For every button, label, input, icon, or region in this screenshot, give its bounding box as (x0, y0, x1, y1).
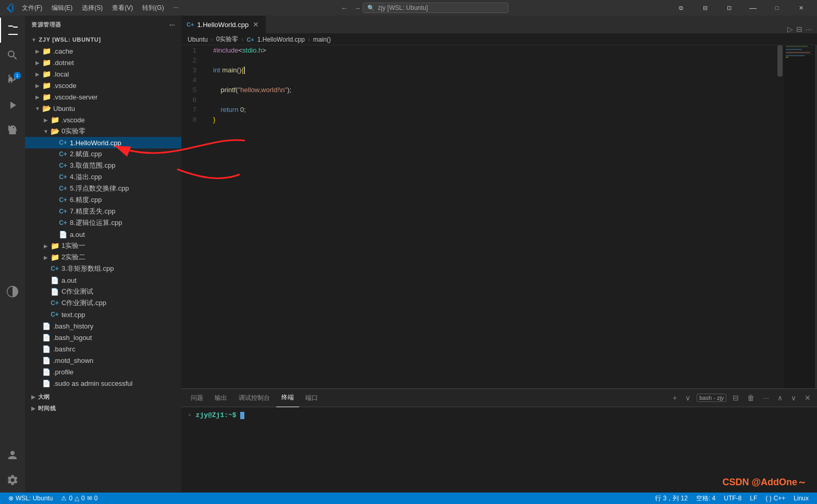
tree-item-bashrc[interactable]: 📄 .bashrc (25, 343, 181, 355)
scroll-thumb[interactable] (777, 45, 783, 77)
breadcrumb-symbol[interactable]: main() (313, 36, 331, 43)
tree-item-sudo[interactable]: 📄 .sudo as admin successful (25, 377, 181, 389)
panel-tab-terminal[interactable]: 终端 (276, 389, 299, 407)
tree-item-text-cpp[interactable]: C+ text.cpp (25, 309, 181, 320)
menu-bar[interactable]: 文件(F) 编辑(E) 选择(S) 查看(V) 转到(G) ··· (18, 3, 183, 14)
tree-item-lab0[interactable]: ▼ 📂 0实验零 (25, 125, 181, 137)
tree-item-file2[interactable]: C+ 2.赋值.cpp (25, 148, 181, 160)
command-search[interactable]: 🔍 zjy [WSL: Ubuntu] (363, 3, 509, 13)
status-errors[interactable]: ⚠ 0 △ 0 ✉ 0 (57, 493, 102, 504)
menu-select[interactable]: 选择(S) (78, 3, 107, 14)
tree-item-file6[interactable]: C+ 6.精度.cpp (25, 194, 181, 206)
more-editor-actions[interactable]: ··· (806, 25, 812, 33)
breadcrumb-lab[interactable]: 0实验零 (216, 35, 239, 44)
tree-item-profile[interactable]: 📄 .profile (25, 366, 181, 377)
menu-goto[interactable]: 转到(G) (138, 3, 168, 14)
source-control-activity-icon[interactable]: 1 (0, 68, 25, 93)
tree-item-lab2[interactable]: ▶ 📁 2实验二 (25, 251, 181, 263)
split-button[interactable]: ⊟ (796, 25, 802, 33)
panel-tab-debug[interactable]: 调试控制台 (233, 389, 275, 407)
tree-item-file8[interactable]: C+ 8.逻辑位运算.cpp (25, 217, 181, 229)
error-icon: ⚠ (61, 495, 67, 502)
code-editor[interactable]: #include<stdio.h> int main () { (205, 45, 776, 388)
customize-layout-button[interactable]: ⊡ (717, 0, 741, 16)
status-os[interactable]: Linux (789, 493, 813, 504)
tree-item-file5[interactable]: C+ 5.浮点数交换律.cpp (25, 183, 181, 194)
menu-view[interactable]: 查看(V) (108, 3, 137, 14)
menu-more[interactable]: ··· (169, 3, 183, 14)
main-layout: 1 (0, 16, 817, 493)
editor-scrollbar[interactable] (776, 45, 784, 388)
status-encoding[interactable]: UTF-8 (720, 493, 746, 504)
run-debug-activity-icon[interactable] (0, 93, 25, 118)
status-position[interactable]: 行 3，列 12 (651, 493, 692, 504)
remote-activity-icon[interactable] (0, 279, 25, 304)
terminal-down-button[interactable]: ∨ (789, 393, 798, 403)
close-panel-button[interactable]: ✕ (802, 393, 813, 403)
tree-item-lab1[interactable]: ▶ 📁 1实验一 (25, 240, 181, 251)
bash-file-icon: 📄 (42, 345, 51, 353)
extensions-activity-icon[interactable] (0, 118, 25, 143)
tree-item-motd[interactable]: 📄 .motd_shown (25, 355, 181, 366)
tree-item-local[interactable]: ▶ 📁 .local (25, 68, 181, 80)
sidebar-more-actions[interactable]: ··· (169, 22, 175, 28)
run-button[interactable]: ▷ (787, 25, 793, 33)
tree-item-ubuntu[interactable]: ▼ 📂 Ubuntu (25, 103, 181, 114)
tree-item-vscode[interactable]: ▶ 📁 .vscode (25, 80, 181, 91)
status-spaces[interactable]: 空格: 4 (692, 493, 720, 504)
account-activity-icon[interactable] (0, 443, 25, 468)
tree-item-ubuntu-vscode[interactable]: ▶ 📁 .vscode (25, 114, 181, 125)
panel-tab-ports[interactable]: 端口 (300, 389, 323, 407)
timeline-section[interactable]: ▶ 时间线 (25, 402, 181, 414)
terminal-more-button[interactable]: ··· (761, 393, 771, 403)
terminal-dropdown[interactable]: ∨ (683, 393, 692, 403)
cpp-file-icon: C+ (58, 208, 68, 215)
status-language[interactable]: ( ) C++ (761, 493, 789, 504)
menu-file[interactable]: 文件(F) (18, 3, 46, 14)
tree-item-aout2[interactable]: 📄 a.out (25, 274, 181, 286)
split-editor-button[interactable]: ⊟ (693, 0, 717, 16)
nav-forward-button[interactable]: → (352, 4, 363, 12)
close-button[interactable]: ✕ (789, 0, 813, 16)
status-remote[interactable]: ⊗ WSL: Ubuntu (4, 493, 57, 504)
tree-item-bash-logout[interactable]: 📄 .bash_logout (25, 332, 181, 343)
explorer-activity-icon[interactable] (0, 18, 25, 43)
editor-tab-helloworld[interactable]: C+ 1.HelloWorld.cpp ✕ (181, 16, 266, 33)
search-activity-icon[interactable] (0, 43, 25, 68)
nav-back-button[interactable]: ← (339, 4, 350, 12)
code-line-2 (213, 55, 776, 65)
breadcrumb-file[interactable]: 1.HelloWorld.cpp (257, 36, 305, 43)
breadcrumb: Ubuntu › 0实验零 › C+ 1.HelloWorld.cpp › ma… (181, 34, 817, 45)
panel-tab-output[interactable]: 输出 (209, 389, 232, 407)
minimize-button[interactable]: — (741, 0, 765, 16)
maximize-button[interactable]: □ (765, 0, 789, 16)
kill-terminal-button[interactable]: 🗑 (745, 393, 757, 403)
panel-tab-problems[interactable]: 问题 (185, 389, 208, 407)
tree-item-file4[interactable]: C+ 4.溢出.cpp (25, 171, 181, 183)
menu-edit[interactable]: 编辑(E) (47, 3, 77, 14)
tree-item-bash-history[interactable]: 📄 .bash_history (25, 320, 181, 332)
terminal-content[interactable]: ◦ zjy@Zj1:~$ (181, 407, 817, 493)
tree-item-vscode-server[interactable]: ▶ 📁 .vscode-server (25, 91, 181, 103)
workspace-root[interactable]: ▼ ZJY [WSL: UBUNTU] (25, 34, 181, 45)
outline-section[interactable]: ▶ 大纲 (25, 391, 181, 402)
tree-item-file7[interactable]: C+ 7.精度丢失.cpp (25, 206, 181, 217)
tree-item-helloworld[interactable]: C+ 1.HelloWorld.cpp (25, 137, 181, 148)
new-terminal-button[interactable]: + (671, 393, 679, 403)
collapse-arrow: ▶ (42, 255, 50, 260)
breadcrumb-ubuntu[interactable]: Ubuntu (188, 36, 208, 43)
tree-item-homework-cpp[interactable]: C+ C作业测试.cpp (25, 297, 181, 309)
cpp-file-icon: C+ (58, 173, 68, 181)
tree-item-file3[interactable]: C+ 3.取值范围.cpp (25, 160, 181, 171)
settings-activity-icon[interactable] (0, 468, 25, 493)
split-terminal-button[interactable]: ⊟ (731, 393, 741, 403)
tree-item-cache[interactable]: ▶ 📁 .cache (25, 45, 181, 57)
tree-item-nonrect[interactable]: C+ 3.非矩形数组.cpp (25, 263, 181, 274)
layout-button[interactable]: ⧉ (669, 0, 693, 16)
status-line-ending[interactable]: LF (746, 493, 761, 504)
tab-close-button[interactable]: ✕ (252, 20, 260, 29)
tree-item-aout1[interactable]: 📄 a.out (25, 229, 181, 240)
tree-item-homework[interactable]: 📄 C作业测试 (25, 286, 181, 297)
terminal-up-button[interactable]: ∧ (775, 393, 785, 403)
tree-item-dotnet[interactable]: ▶ 📁 .dotnet (25, 57, 181, 68)
